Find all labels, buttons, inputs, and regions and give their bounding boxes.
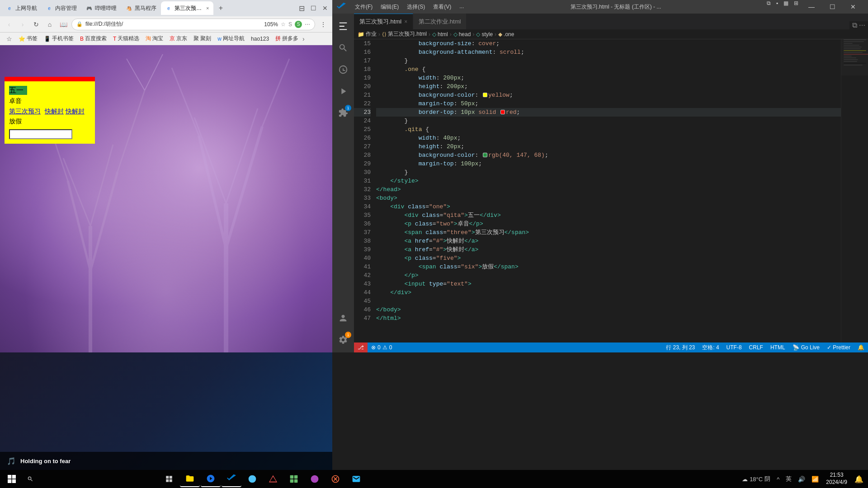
taskbar-search[interactable] [23, 472, 158, 486]
breadcrumb-class[interactable]: ◆ .one [498, 31, 514, 38]
bookmark-baidu[interactable]: B 百度搜索 [78, 34, 109, 43]
app2-button[interactable] [284, 471, 304, 487]
app5-button[interactable] [346, 471, 366, 487]
more-button[interactable]: ⋯ [305, 21, 310, 28]
back-button[interactable]: ‹ [4, 19, 14, 30]
bookmark-hao123[interactable]: hao123 [249, 35, 271, 43]
status-go-live[interactable]: 📡 Go Live [789, 343, 823, 352]
more-bookmarks[interactable]: › [302, 35, 305, 42]
settings-icon[interactable]: S [288, 21, 292, 28]
new-tab-button[interactable]: + [214, 2, 227, 14]
editor-tab-2[interactable]: 第二次作业.html [413, 14, 467, 29]
task-view-button[interactable] [159, 471, 179, 487]
browser-tab-5[interactable]: e 第三次预… × [161, 1, 213, 15]
status-position[interactable]: 行 23, 列 23 [662, 343, 698, 352]
activity-git[interactable] [332, 59, 354, 80]
menu-selection[interactable]: 选择(S) [403, 2, 429, 12]
status-line-ending[interactable]: CRLF [745, 343, 767, 352]
tray-network[interactable]: 📶 [809, 470, 821, 488]
tray-ime[interactable]: 英 [783, 470, 794, 488]
edge-browser-button[interactable] [201, 471, 221, 487]
ln-41: 41 [354, 263, 371, 271]
tray-expand[interactable]: ^ [774, 470, 782, 488]
start-button[interactable] [2, 472, 22, 486]
menu-file[interactable]: 文件(F) [351, 2, 376, 12]
activity-run[interactable] [332, 80, 354, 102]
bookmark-wangzhi[interactable]: w 网址导航 [215, 34, 247, 43]
maximize-button[interactable]: ☐ [308, 3, 319, 14]
bookmark-taobao[interactable]: 淘 淘宝 [143, 34, 165, 43]
menu-view[interactable]: 查看(V) [429, 2, 455, 12]
breadcrumb-workspace[interactable]: 📁 作业 [358, 30, 377, 38]
bookmark-tmall[interactable]: T 天猫精选 [111, 34, 142, 43]
editor-tab-1[interactable]: 第三次预习.html × [354, 14, 413, 29]
bookmark-jd[interactable]: 京 京东 [167, 34, 189, 43]
status-language[interactable]: HTML [767, 343, 789, 352]
bookmark-shujian[interactable]: ⭐ 书签 [16, 34, 40, 43]
tray-volume[interactable]: 🔊 [795, 470, 808, 488]
status-encoding[interactable]: UTF-8 [723, 343, 745, 352]
extensions-button[interactable]: ⋮ [318, 19, 329, 30]
demo-input-text[interactable] [9, 129, 72, 139]
breadcrumb-file[interactable]: ⟨⟩ 第三次预习.html [382, 30, 427, 38]
activity-settings[interactable]: 1 [332, 329, 354, 351]
editor-tab-close-1[interactable]: × [404, 19, 407, 25]
activity-account[interactable] [332, 307, 354, 329]
split-editor-button[interactable]: ⧉ [764, 0, 774, 14]
breadcrumb-head[interactable]: ◇ head [453, 31, 471, 38]
menu-more[interactable]: ... [456, 2, 467, 12]
layout-button2[interactable]: ▦ [781, 0, 791, 14]
bookmark-juke[interactable]: 聚 聚刻 [191, 34, 213, 43]
layout-button[interactable]: ▪ [774, 0, 781, 14]
bookmarks-icon[interactable]: ☆ [4, 33, 14, 44]
svg-point-34 [249, 475, 256, 483]
minimize-button[interactable]: ⊟ [296, 3, 307, 14]
weather-tray[interactable]: ☁ 18°C 阴 [739, 470, 773, 488]
demo-link-1[interactable]: 快解封 [45, 108, 64, 115]
svg-line-15 [262, 59, 289, 127]
activity-extensions[interactable]: 1 [332, 102, 354, 124]
browser-tab-3[interactable]: 🎮 哔哩哔哩 [81, 1, 121, 15]
bookmark-pinduoduo[interactable]: 拼 拼多多 [273, 34, 301, 43]
status-errors[interactable]: ⊗ 0 ⚠ 0 [368, 343, 396, 352]
tab-label-3: 哔哩哔哩 [95, 5, 117, 12]
status-bell[interactable]: 🔔 [854, 343, 868, 352]
reload-button[interactable]: ↻ [31, 19, 42, 30]
reader-button[interactable]: 📖 [58, 19, 69, 30]
split-right-button[interactable]: ⧉ [852, 21, 857, 29]
activity-explorer[interactable] [332, 15, 354, 37]
bookmark-mobile[interactable]: 📱 手机书签 [42, 34, 76, 43]
editor-code[interactable]: background-size: cover; background-attac… [374, 39, 841, 343]
win-close[interactable]: ✕ [843, 0, 863, 14]
menu-edit[interactable]: 编辑(E) [377, 2, 402, 12]
browser-tab-4[interactable]: 🐴 黑马程序 [121, 1, 161, 15]
status-spaces[interactable]: 空格: 4 [698, 343, 722, 352]
file-explorer-button[interactable] [180, 471, 200, 487]
forward-button[interactable]: › [17, 19, 28, 30]
status-prettier[interactable]: ✓ Prettier [823, 343, 854, 352]
demo-link-2[interactable]: 快解封 [66, 108, 85, 115]
win-maximize[interactable]: ☐ [822, 0, 843, 14]
app1-button[interactable] [263, 471, 283, 487]
activity-search[interactable] [332, 37, 354, 59]
star-icon[interactable]: ☆ [281, 21, 286, 28]
status-git-branch[interactable]: ⎇ [354, 343, 368, 352]
home-button[interactable]: ⌂ [44, 19, 55, 30]
win-minimize[interactable]: — [801, 0, 822, 14]
customize-layout[interactable]: ⊞ [791, 0, 801, 14]
address-bar[interactable]: 🔒 file:///D:/胡佳怡/ 105% ☆ S S ⋯ [71, 19, 315, 30]
breadcrumb-style[interactable]: ◇ style [476, 31, 493, 38]
browser-tab-2[interactable]: e 内容管理 [42, 1, 81, 15]
windsurf-button[interactable] [242, 471, 262, 487]
more-actions-button[interactable]: ⋯ [859, 22, 865, 29]
taskbar-clock[interactable]: 21:53 2024/4/9 [822, 470, 851, 488]
browser-tab-1[interactable]: e 上网导航 [2, 1, 42, 15]
tab-close-5[interactable]: × [206, 5, 209, 11]
close-button[interactable]: ✕ [320, 3, 330, 14]
vscode-taskbar-button[interactable] [222, 471, 241, 487]
notification-button[interactable]: 🔔 [852, 470, 866, 488]
app4-button[interactable] [326, 471, 345, 487]
breadcrumb-html[interactable]: ◇ html [432, 31, 448, 38]
ln-19: 19 [354, 74, 371, 82]
app3-button[interactable] [305, 471, 325, 487]
